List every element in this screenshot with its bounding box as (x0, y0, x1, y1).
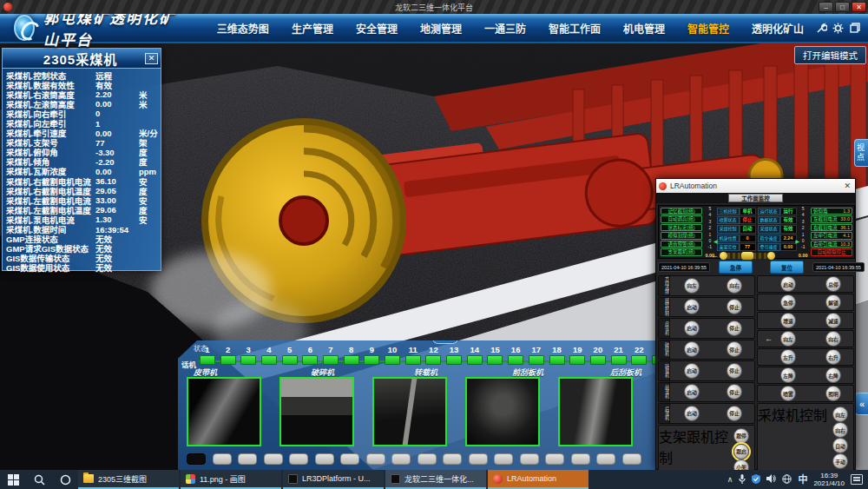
start-button[interactable] (0, 470, 26, 489)
control-button-启动[interactable]: 启动 (684, 341, 700, 357)
manual-button-自动[interactable]: 自动 (832, 438, 848, 453)
channel-indicator-on[interactable] (508, 355, 523, 365)
ime-indicator[interactable]: 中 (798, 475, 807, 484)
cortana-icon[interactable] (52, 470, 78, 489)
camera-thumbnail-2[interactable] (372, 377, 447, 446)
channel-indicator-on[interactable] (261, 355, 277, 365)
channel-indicator-on[interactable] (631, 355, 647, 365)
manual-button-手动[interactable]: 手动 (832, 453, 848, 469)
channel-indicator-on[interactable] (590, 355, 606, 365)
channel-indicator-on[interactable] (344, 355, 359, 365)
control-button-启动[interactable]: 启动 (684, 384, 700, 400)
channel-indicator-on[interactable] (487, 355, 503, 365)
search-icon[interactable] (26, 470, 52, 489)
lrautomation-close-icon[interactable]: ✕ (844, 182, 851, 190)
pager-square-8[interactable] (391, 453, 411, 465)
nav-item-5[interactable]: 智能工作面 (549, 21, 601, 36)
channel-indicator-on[interactable] (282, 355, 298, 365)
nav-item-8[interactable]: 透明化矿山 (752, 21, 804, 36)
control-button-左升[interactable]: 左升 (780, 349, 796, 365)
workface-monitor-tab[interactable]: 工作面监控 (728, 194, 783, 202)
pager-square-14[interactable] (545, 453, 564, 465)
pager-square-6[interactable] (340, 453, 359, 465)
group-button-5[interactable]: 支架跟机(组) (661, 248, 702, 255)
nav-item-4[interactable]: 一通三防 (484, 21, 526, 36)
clock[interactable]: 16:39 2021/4/10 (813, 472, 845, 487)
control-button-停止[interactable]: 停止 (727, 320, 742, 336)
nav-item-6[interactable]: 机电管理 (623, 21, 665, 36)
telemetry-button-2[interactable]: 右截割电流36.1 (811, 224, 852, 231)
maximize-button[interactable]: □ (835, 2, 850, 12)
camera-thumbnail-1[interactable] (279, 377, 354, 446)
channel-indicator-on[interactable] (220, 355, 236, 365)
machine-panel-close-icon[interactable]: ✕ (145, 53, 158, 64)
control-button-左降[interactable]: 左降 (780, 367, 796, 383)
nav-item-1[interactable]: 生产管理 (292, 21, 333, 36)
channel-indicator-on[interactable] (302, 355, 318, 365)
machine-position-slider[interactable] (722, 253, 773, 259)
estop-button[interactable]: 急停 (719, 261, 753, 274)
group-button-3[interactable]: 模拟割煤(组) (661, 232, 702, 239)
control-button-右降[interactable]: 右降 (825, 367, 841, 383)
control-button-停止[interactable]: 停止 (727, 299, 742, 314)
collapse-left-chevron-icon[interactable]: « (855, 393, 868, 415)
taskbar-app-2[interactable]: LR3DPlatform - U... (283, 470, 384, 489)
shield-icon[interactable] (752, 474, 760, 486)
pager-square-10[interactable] (443, 453, 462, 465)
group-button-1[interactable]: 自动调高(组) (661, 215, 702, 222)
channel-indicator-on[interactable] (446, 355, 462, 365)
control-button-解锁[interactable]: 解锁 (825, 294, 841, 310)
telemetry-button-0[interactable]: 俯仰角1.3 (811, 208, 852, 215)
open-edit-mode-button[interactable]: 打开编辑模式 (794, 46, 866, 64)
control-button-停止[interactable]: 停止 (727, 341, 742, 357)
nav-item-3[interactable]: 地测管理 (420, 21, 462, 36)
camera-thumbnail-4[interactable] (558, 377, 633, 446)
control-button-向左[interactable]: 向左 (780, 331, 796, 347)
taskbar-app-1[interactable]: 11.png - 画图 (181, 470, 281, 489)
taskbar-app-3[interactable]: 龙软二三维一体化... (385, 470, 486, 489)
control-button-启动[interactable]: 启动 (684, 299, 700, 314)
control-button-启动[interactable]: 启动 (684, 363, 700, 379)
control-button-喷雾[interactable]: 喷雾 (780, 386, 796, 401)
control-button-向右[interactable]: 向右 (825, 331, 841, 347)
pager-square-12[interactable] (494, 453, 513, 465)
control-button-停止[interactable]: 停止 (727, 384, 742, 400)
gear-icon[interactable] (832, 22, 845, 34)
speaker-icon[interactable] (766, 474, 776, 485)
telemetry-button-4[interactable]: 右牵引电流10.3 (811, 241, 852, 248)
control-button-启动[interactable]: 启动 (684, 406, 700, 421)
taskbar-app-0[interactable]: 2305三维截图 (78, 470, 179, 489)
pager-square-15[interactable] (571, 453, 590, 465)
channel-indicator-on[interactable] (425, 355, 441, 365)
camera-thumbnail-0[interactable] (187, 377, 261, 446)
pager-square-5[interactable] (315, 453, 334, 465)
control-button-向左[interactable]: 向左 (684, 278, 700, 294)
control-button-总停[interactable]: 总停 (825, 276, 841, 292)
manual-button-向右[interactable]: 向右 (832, 422, 848, 438)
channel-indicator-on[interactable] (385, 355, 400, 365)
pager-square-2[interactable] (238, 453, 257, 465)
manual-button-向左[interactable]: 向左 (832, 406, 848, 422)
control-button-启动[interactable]: 启动 (780, 276, 796, 292)
channel-indicator-on[interactable] (467, 355, 483, 365)
channel-indicator-on[interactable] (240, 355, 256, 365)
nav-item-0[interactable]: 三维态势图 (217, 21, 269, 36)
close-button[interactable]: ✕ (852, 2, 866, 12)
pager-square-13[interactable] (520, 453, 539, 465)
control-button-减速[interactable]: 减速 (825, 313, 841, 328)
pager-square-7[interactable] (366, 453, 385, 465)
control-button-右升[interactable]: 右升 (825, 349, 841, 365)
lrautomation-titlebar[interactable]: LRAutomation ✕ (656, 179, 855, 193)
camera-thumbnail-3[interactable] (465, 377, 540, 446)
pager-square-3[interactable] (264, 453, 283, 465)
control-button-启动[interactable]: 启动 (684, 320, 700, 336)
group-button-2[interactable]: 状态标定(组) (661, 224, 702, 231)
restore-window-icon[interactable] (848, 22, 861, 34)
pager-square-9[interactable] (418, 453, 437, 465)
control-button-停止[interactable]: 停止 (727, 406, 742, 421)
nav-item-2[interactable]: 安全管理 (356, 21, 398, 36)
wrench-icon[interactable] (815, 22, 828, 34)
channel-indicator-on[interactable] (323, 355, 339, 365)
channel-indicator-on[interactable] (405, 355, 421, 365)
follow-button-跟停[interactable]: 跟停 (733, 428, 749, 444)
